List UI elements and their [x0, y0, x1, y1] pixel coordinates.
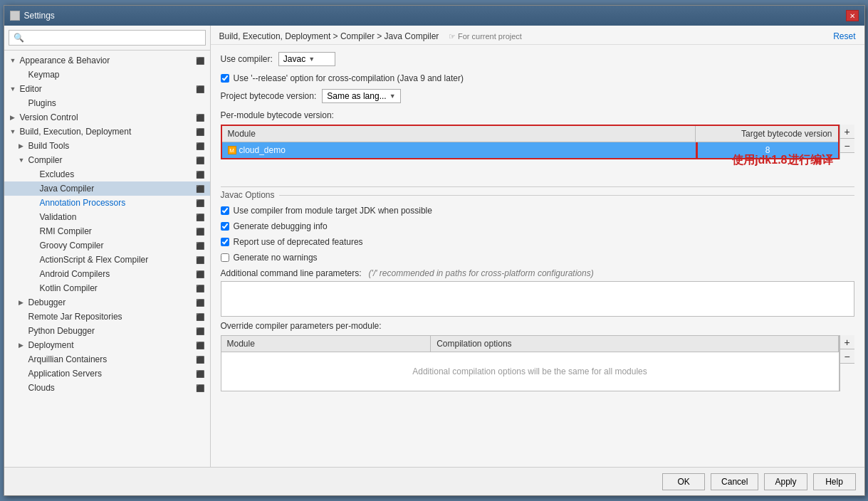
help-button[interactable]: Help — [813, 473, 856, 490]
cmdline-textarea[interactable] — [221, 282, 854, 316]
sidebar-item-debugger[interactable]: ▶ Debugger ⬛ — [4, 295, 210, 310]
cmdline-header: Additional command line parameters: ('/'… — [221, 268, 854, 278]
copy-icon: ⬛ — [196, 213, 204, 221]
project-bytecode-label: Project bytecode version: — [221, 91, 317, 101]
expand-arrow: ▶ — [19, 342, 26, 349]
sidebar-item-label: RMI Compiler — [40, 226, 193, 236]
settings-icon — [10, 11, 20, 21]
remove-override-button[interactable]: − — [840, 349, 854, 364]
use-release-label: Use '--release' option for cross-compila… — [234, 73, 464, 83]
expand-arrow: ▶ — [19, 142, 26, 149]
sidebar-item-label: Editor — [20, 84, 193, 94]
sidebar-item-keymap[interactable]: Keymap — [4, 68, 210, 82]
sidebar-item-deployment[interactable]: ▶ Deployment ⬛ — [4, 338, 210, 352]
copy-icon: ⬛ — [196, 228, 204, 236]
compiler-value: Javac — [283, 54, 305, 64]
sidebar-item-label: Keymap — [28, 70, 204, 80]
option-use-compiler-checkbox[interactable] — [221, 206, 229, 215]
sidebar-item-appearance[interactable]: ▼ Appearance & Behavior ⬛ — [4, 53, 210, 68]
sidebar-item-excludes[interactable]: Excludes ⬛ — [4, 167, 210, 181]
option-deprecated-checkbox[interactable] — [221, 238, 229, 246]
sidebar-item-label: Android Compilers — [40, 269, 193, 279]
cmdline-label: Additional command line parameters: — [221, 268, 362, 278]
sidebar-item-groovy[interactable]: Groovy Compiler ⬛ — [4, 238, 210, 253]
sidebar-item-label: Compiler — [28, 155, 193, 165]
use-compiler-label: Use compiler: — [221, 54, 273, 64]
option-debug-checkbox[interactable] — [221, 222, 229, 231]
bottom-table-side-buttons: + − — [840, 335, 854, 391]
expand-arrow: ▼ — [10, 85, 17, 93]
search-field[interactable] — [27, 33, 201, 43]
sidebar-item-version-control[interactable]: ▶ Version Control ⬛ — [4, 110, 210, 125]
sidebar-item-remote-jar[interactable]: Remote Jar Repositories ⬛ — [4, 310, 210, 324]
cancel-button[interactable]: Cancel — [711, 473, 758, 490]
bottom-col-module: Module — [221, 336, 432, 352]
dropdown-arrow: ▼ — [389, 93, 396, 100]
project-bytecode-select[interactable]: Same as lang... ▼ — [322, 89, 400, 103]
bottom-table-empty: Additional compilation options will be t… — [221, 352, 839, 391]
close-button[interactable]: ✕ — [846, 10, 859, 21]
ok-button[interactable]: OK — [662, 473, 705, 490]
option-use-compiler-label: Use compiler from module target JDK when… — [234, 206, 432, 216]
sidebar-item-annotation[interactable]: Annotation Processors ⬛ — [4, 196, 210, 210]
sidebar-item-python-debugger[interactable]: Python Debugger ⬛ — [4, 324, 210, 338]
compiler-select[interactable]: Javac ▼ — [278, 52, 335, 66]
footer: OK Cancel Apply Help — [4, 467, 864, 495]
bottom-table-header: Module Compilation options — [221, 336, 839, 352]
copy-icon: ⬛ — [196, 384, 204, 392]
sidebar-item-clouds[interactable]: Clouds ⬛ — [4, 381, 210, 395]
copy-icon: ⬛ — [196, 356, 204, 364]
sidebar-item-build-execution[interactable]: ▼ Build, Execution, Deployment ⬛ — [4, 125, 210, 139]
bottom-table-wrapper: Module Compilation options Additional co… — [221, 335, 854, 391]
sidebar-item-kotlin[interactable]: Kotlin Compiler ⬛ — [4, 281, 210, 295]
add-override-button[interactable]: + — [840, 335, 854, 349]
sidebar-item-compiler[interactable]: ▼ Compiler ⬛ — [4, 153, 210, 167]
per-module-label: Per-module bytecode version: — [221, 110, 854, 120]
cmdline-input-field[interactable] — [221, 281, 854, 317]
reset-button[interactable]: Reset — [833, 31, 855, 41]
titlebar-left: Settings — [10, 11, 55, 21]
sidebar-item-plugins[interactable]: Plugins — [4, 96, 210, 110]
sidebar-item-label: Plugins — [28, 98, 204, 108]
use-release-checkbox[interactable] — [221, 74, 229, 83]
search-box: 🔍 — [4, 26, 210, 51]
expand-arrow: ▼ — [10, 128, 17, 135]
option-no-warnings-checkbox[interactable] — [221, 253, 229, 262]
sidebar-item-rmi[interactable]: RMI Compiler ⬛ — [4, 224, 210, 238]
copy-icon: ⬛ — [196, 242, 204, 250]
apply-button[interactable]: Apply — [764, 473, 807, 490]
copy-icon: ⬛ — [196, 299, 204, 307]
option-use-compiler-row: Use compiler from module target JDK when… — [221, 206, 854, 216]
use-release-row: Use '--release' option for cross-compila… — [221, 73, 854, 83]
sidebar-item-java-compiler[interactable]: Java Compiler ⬛ — [4, 181, 210, 196]
sidebar-item-build-tools[interactable]: ▶ Build Tools ⬛ — [4, 139, 210, 153]
copy-icon: ⬛ — [196, 342, 204, 349]
sidebar-item-label: Build Tools — [28, 141, 193, 151]
remove-module-button[interactable]: − — [840, 139, 854, 153]
window-title: Settings — [24, 11, 55, 21]
option-no-warnings-label: Generate no warnings — [234, 253, 318, 263]
sidebar-item-label: Remote Jar Repositories — [28, 312, 193, 322]
sidebar-item-validation[interactable]: Validation ⬛ — [4, 210, 210, 224]
sidebar-item-actionscript[interactable]: ActionScript & Flex Compiler ⬛ — [4, 253, 210, 267]
copy-icon: ⬛ — [196, 270, 204, 278]
sidebar-item-editor[interactable]: ▼ Editor ⬛ — [4, 82, 210, 96]
module-table-section: Module Target bytecode version M cloud_d… — [221, 125, 854, 181]
sidebar-item-arquillian[interactable]: Arquillian Containers ⬛ — [4, 352, 210, 366]
titlebar-controls[interactable]: ✕ — [846, 10, 859, 21]
option-no-warnings-row: Generate no warnings — [221, 253, 854, 263]
copy-icon: ⬛ — [196, 185, 204, 193]
sidebar-item-app-servers[interactable]: Application Servers ⬛ — [4, 366, 210, 381]
search-icon: 🔍 — [14, 33, 24, 43]
option-debug-label: Generate debugging info — [234, 221, 328, 231]
copy-icon: ⬛ — [196, 142, 204, 150]
copy-icon: ⬛ — [196, 256, 204, 264]
sidebar-item-android[interactable]: Android Compilers ⬛ — [4, 267, 210, 281]
sidebar-item-label: Debugger — [28, 297, 193, 307]
add-module-button[interactable]: + — [840, 125, 854, 139]
copy-icon: ⬛ — [196, 327, 204, 335]
sidebar-item-label: Clouds — [28, 383, 193, 393]
search-input-wrapper[interactable]: 🔍 — [9, 30, 206, 46]
option-debug-row: Generate debugging info — [221, 221, 854, 231]
sidebar-item-label: Build, Execution, Deployment — [20, 127, 193, 137]
